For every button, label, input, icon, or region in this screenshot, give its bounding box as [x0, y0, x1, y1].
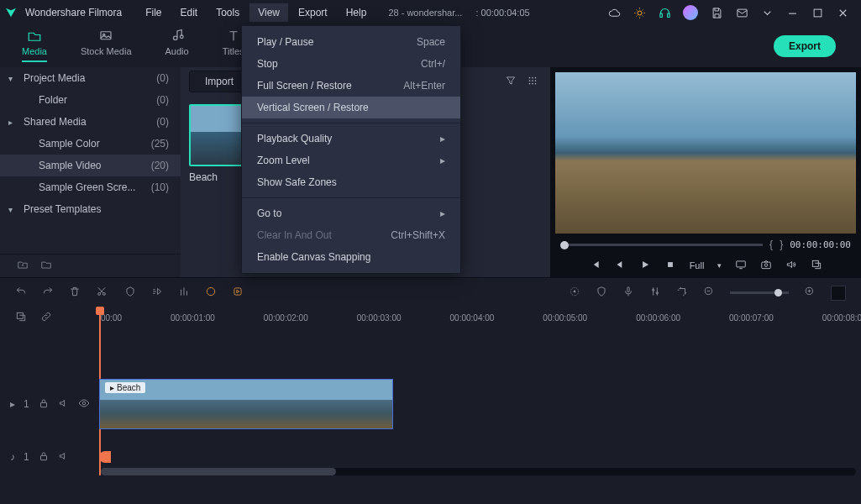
undo-icon[interactable]: [15, 286, 27, 300]
audio-mix-icon[interactable]: [178, 286, 190, 300]
menu-edit[interactable]: Edit: [172, 3, 207, 22]
menu-option[interactable]: Go to▸: [242, 202, 460, 224]
voiceover-icon[interactable]: [622, 286, 634, 300]
auto-fit-icon[interactable]: [831, 286, 846, 301]
cloud-icon[interactable]: [607, 6, 621, 19]
tab-label: Media: [22, 46, 47, 56]
timeline-toolbar: [0, 277, 861, 307]
delete-icon[interactable]: [69, 286, 81, 300]
cut-icon[interactable]: [96, 286, 108, 300]
marker-icon[interactable]: [124, 286, 136, 300]
maximize-icon[interactable]: [811, 6, 824, 19]
timeline-ruler[interactable]: 00:00 00:00:01:00 00:00:02:00 00:00:03:0…: [0, 307, 861, 328]
tips-icon[interactable]: [633, 6, 646, 19]
mixer-icon[interactable]: [649, 286, 661, 300]
svg-rect-28: [627, 287, 629, 292]
sidebar-item[interactable]: Folder(0): [0, 89, 181, 111]
lock-icon[interactable]: [38, 397, 50, 412]
display-icon[interactable]: [735, 259, 747, 273]
sidebar-item[interactable]: Sample Video(20): [0, 155, 181, 176]
avatar[interactable]: [683, 5, 698, 20]
link-icon[interactable]: [40, 311, 52, 324]
redo-icon[interactable]: [42, 286, 54, 300]
menu-option[interactable]: Vertical Screen / Restore: [242, 97, 460, 118]
menu-option[interactable]: Play / PauseSpace: [242, 31, 460, 53]
chevron-down-icon[interactable]: [760, 6, 774, 19]
visibility-icon[interactable]: [78, 397, 90, 412]
preview-scrubber[interactable]: [560, 244, 763, 246]
record-icon[interactable]: [569, 286, 580, 300]
svg-point-23: [102, 292, 105, 295]
headphones-icon[interactable]: [658, 6, 671, 19]
tab-audio[interactable]: Audio: [155, 25, 199, 67]
svg-point-13: [535, 80, 537, 81]
menu-option[interactable]: StopCtrl+/: [242, 53, 460, 75]
prev-frame-icon[interactable]: [614, 259, 626, 273]
menu-option[interactable]: Playback Quality▸: [242, 128, 460, 150]
ruler-tick: 00:00: [101, 313, 122, 323]
grid-icon[interactable]: [527, 75, 538, 89]
lock-icon[interactable]: [38, 450, 50, 465]
timeline-clip[interactable]: ▸Beach: [99, 379, 393, 429]
menu-option[interactable]: Enable Canvas Snapping: [242, 246, 460, 268]
timeline-scrollbar[interactable]: [101, 468, 856, 475]
fit-label[interactable]: Full: [690, 260, 705, 270]
sidebar-item[interactable]: ▾Project Media(0): [0, 67, 181, 89]
mark-in-icon[interactable]: {: [769, 239, 773, 250]
menu-option[interactable]: Show Safe Zones: [242, 171, 460, 193]
menu-export[interactable]: Export: [290, 3, 336, 22]
sidebar-item[interactable]: Sample Green Scre...(10): [0, 176, 181, 198]
zoom-slider[interactable]: [730, 291, 789, 294]
render-icon[interactable]: [232, 286, 244, 300]
detach-icon[interactable]: [811, 259, 822, 273]
svg-rect-25: [234, 288, 241, 295]
menu-option[interactable]: Zoom Level▸: [242, 150, 460, 171]
ruler-tick: 00:00:08:00: [822, 313, 861, 323]
mail-icon[interactable]: [735, 6, 748, 19]
mark-out-icon[interactable]: }: [780, 239, 783, 250]
svg-rect-18: [737, 260, 746, 266]
folder-icon[interactable]: [40, 259, 52, 273]
menu-tools[interactable]: Tools: [207, 3, 248, 22]
zoom-out-icon[interactable]: [703, 286, 715, 300]
step-back-icon[interactable]: [589, 259, 601, 273]
track-video-icon: ▸: [10, 398, 15, 410]
color-icon[interactable]: [205, 286, 217, 300]
svg-rect-1: [659, 13, 662, 17]
svg-point-16: [535, 82, 537, 84]
preview-canvas[interactable]: [555, 72, 856, 234]
filter-icon[interactable]: [505, 75, 517, 89]
tab-media[interactable]: Media: [12, 25, 57, 67]
volume-icon[interactable]: [785, 259, 797, 273]
ruler-tick: 00:00:04:00: [450, 313, 495, 323]
speed-icon[interactable]: [151, 286, 163, 300]
close-icon[interactable]: [836, 6, 849, 19]
track-layers-icon[interactable]: [15, 311, 27, 324]
shield-icon[interactable]: [596, 286, 607, 300]
tab-stock-media[interactable]: Stock Media: [71, 25, 142, 67]
play-icon[interactable]: [639, 259, 651, 273]
zoom-in-icon[interactable]: [804, 286, 816, 300]
minimize-icon[interactable]: [785, 6, 799, 19]
svg-rect-36: [40, 455, 46, 459]
audio-clip-edge[interactable]: [99, 451, 111, 463]
save-icon[interactable]: [710, 6, 723, 19]
menu-file[interactable]: File: [137, 3, 170, 22]
track-index: 1: [24, 398, 29, 410]
sidebar-item[interactable]: Sample Color(25): [0, 133, 181, 155]
export-button[interactable]: Export: [774, 35, 836, 57]
timeline: 00:00 00:00:01:00 00:00:02:00 00:00:03:0…: [0, 307, 861, 479]
svg-point-12: [532, 80, 533, 81]
snapshot-icon[interactable]: [760, 259, 772, 273]
sidebar-item[interactable]: ▾Preset Templates: [0, 198, 181, 220]
crop-icon[interactable]: [676, 286, 688, 300]
menu-option[interactable]: Full Screen / RestoreAlt+Enter: [242, 75, 460, 97]
new-folder-icon[interactable]: [17, 259, 29, 273]
sidebar-item[interactable]: ▸Shared Media(0): [0, 111, 181, 133]
mute-icon[interactable]: [58, 450, 70, 465]
menu-help[interactable]: Help: [338, 3, 375, 22]
clip-name: Beach: [117, 383, 140, 392]
menu-view[interactable]: View: [249, 3, 288, 22]
stop-icon[interactable]: [664, 259, 676, 273]
mute-icon[interactable]: [58, 397, 70, 412]
